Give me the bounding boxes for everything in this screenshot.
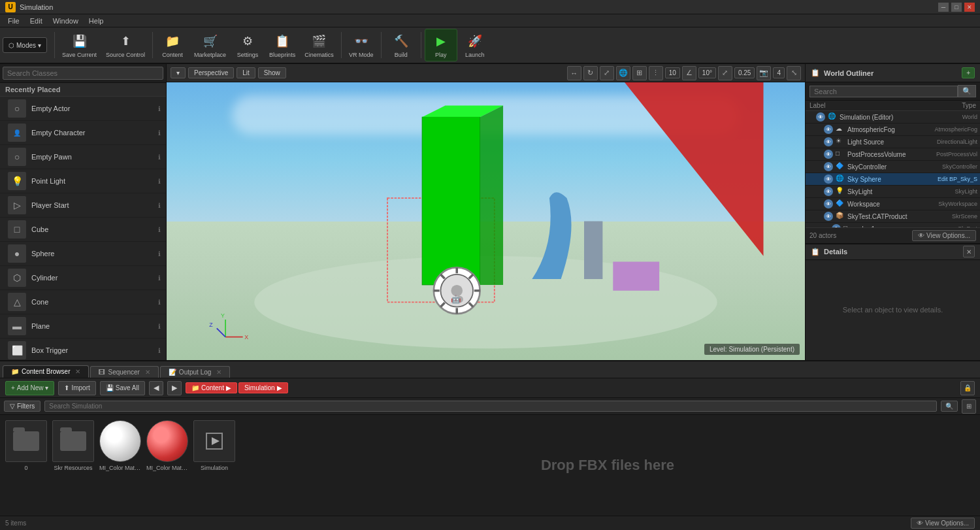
modes-button[interactable]: ⬡ Modes ▾ bbox=[3, 37, 47, 53]
world-local-icon[interactable]: 🌐 bbox=[616, 66, 630, 80]
nav-forward-button[interactable]: ▶ bbox=[167, 381, 182, 395]
search-classes-input[interactable] bbox=[3, 67, 163, 80]
list-item[interactable]: ▷ Player Start ℹ bbox=[0, 193, 166, 218]
launch-button[interactable]: 🚀 Launch bbox=[459, 29, 491, 61]
output-log-close-icon[interactable]: ✕ bbox=[216, 369, 221, 376]
list-item[interactable]: 👤 Empty Character ℹ bbox=[0, 121, 166, 145]
marketplace-button[interactable]: 🛒 Marketplace bbox=[190, 29, 230, 61]
outliner-item-simulation-editor[interactable]: 👁 🌐 Simulation (Editor) World bbox=[806, 111, 980, 124]
list-item[interactable]: ○ Empty Actor ℹ bbox=[0, 97, 166, 121]
grid-size[interactable]: 10 bbox=[665, 67, 680, 78]
vr-mode-button[interactable]: 👓 VR Mode bbox=[345, 29, 378, 61]
content-item-simulation[interactable]: Simulation bbox=[193, 420, 235, 510]
camera-icon[interactable]: 📷 bbox=[757, 66, 771, 80]
filters-button[interactable]: ▽ Filters bbox=[4, 401, 41, 412]
breadcrumb-simulation[interactable]: Simulation ▶ bbox=[238, 382, 288, 393]
visibility-icon[interactable]: 👁 bbox=[824, 174, 833, 184]
outliner-item-sky-sphere[interactable]: 👁 🌐 Sky Sphere Edit BP_Sky_S bbox=[806, 173, 980, 186]
visibility-icon[interactable]: 👁 bbox=[824, 150, 833, 159]
outliner-item-skycontroller[interactable]: 👁 🔷 SkyController SkyController bbox=[806, 161, 980, 173]
save-all-button[interactable]: 💾 Save All bbox=[100, 381, 145, 395]
content-browser-close-icon[interactable]: ✕ bbox=[75, 368, 80, 375]
import-button[interactable]: ⬆ Import bbox=[58, 381, 95, 395]
visibility-icon[interactable]: 👁 bbox=[824, 187, 833, 196]
view-options-button[interactable]: 👁 View Options... bbox=[912, 230, 976, 241]
list-item[interactable]: ▬ Plane ℹ bbox=[0, 314, 166, 339]
menu-window[interactable]: Window bbox=[48, 16, 84, 26]
menu-edit[interactable]: Edit bbox=[25, 16, 48, 26]
scale-snap-icon[interactable]: ⤢ bbox=[718, 66, 732, 80]
angle-value[interactable]: 10° bbox=[698, 67, 716, 78]
maximize-viewport-icon[interactable]: ⤡ bbox=[787, 66, 801, 80]
visibility-icon[interactable]: 👁 bbox=[824, 162, 833, 171]
nav-back-button[interactable]: ◀ bbox=[149, 381, 163, 395]
scale-value[interactable]: 0.25 bbox=[734, 67, 755, 78]
scale-icon[interactable]: ⤢ bbox=[600, 66, 614, 80]
play-button[interactable]: ▶ Play bbox=[425, 29, 457, 61]
content-item-mi-color-material1[interactable]: MI_Color Material1 bbox=[146, 420, 188, 510]
tab-content-browser[interactable]: 📁 Content Browser ✕ bbox=[3, 365, 89, 378]
outliner-search-container: 🔍 bbox=[806, 82, 980, 101]
tab-sequencer[interactable]: 🎞 Sequencer ✕ bbox=[90, 366, 158, 378]
menu-file[interactable]: File bbox=[3, 16, 25, 26]
angle-icon[interactable]: ∠ bbox=[682, 66, 696, 80]
list-item[interactable]: □ Cube ℹ bbox=[0, 218, 166, 242]
tab-output-log[interactable]: 📝 Output Log ✕ bbox=[160, 366, 230, 378]
blueprints-button[interactable]: 📋 Blueprints bbox=[265, 29, 299, 61]
content-search-button[interactable]: 🔍 bbox=[941, 401, 958, 412]
view-options-label: View Options... bbox=[926, 232, 970, 239]
show-button[interactable]: Show bbox=[258, 67, 286, 78]
list-item[interactable]: ● Sphere ℹ bbox=[0, 242, 166, 266]
outliner-item-postprocessvolume[interactable]: 👁 □ PostProcessVolume PostProcessVol bbox=[806, 148, 980, 161]
lit-button[interactable]: Lit bbox=[237, 67, 255, 78]
content-item-mi-color-material[interactable]: MI_Color Material bbox=[99, 420, 141, 510]
outliner-item-atmosphericfog[interactable]: 👁 ☁ AtmosphericFog AtmosphericFog bbox=[806, 124, 980, 136]
content-button[interactable]: 📁 Content bbox=[156, 29, 189, 61]
snap-icon[interactable]: ⊞ bbox=[632, 66, 647, 80]
camera-speed[interactable]: 4 bbox=[773, 67, 785, 78]
visibility-icon[interactable]: 👁 bbox=[824, 137, 833, 146]
add-actor-button[interactable]: + bbox=[962, 67, 975, 78]
lock-button[interactable]: 🔒 bbox=[960, 381, 975, 395]
source-control-button[interactable]: ⬆ Source Control bbox=[102, 29, 149, 61]
bottom-view-options-button[interactable]: 👁 View Options... bbox=[911, 518, 975, 529]
menu-help[interactable]: Help bbox=[84, 16, 109, 26]
details-close-button[interactable]: ✕ bbox=[963, 246, 975, 257]
list-item[interactable]: ⬜ Box Trigger ℹ bbox=[0, 339, 166, 363]
settings-button[interactable]: ⚙ Settings bbox=[231, 29, 264, 61]
content-item-folder-0[interactable]: 0 bbox=[5, 420, 47, 510]
perspective-dropdown[interactable]: ▾ bbox=[171, 67, 186, 78]
perspective-button[interactable]: Perspective bbox=[188, 67, 234, 78]
translate-icon[interactable]: ↔ bbox=[567, 66, 581, 80]
visibility-icon[interactable]: 👁 bbox=[824, 125, 833, 134]
minimize-button[interactable]: ─ bbox=[938, 3, 949, 12]
outliner-item-skylight[interactable]: 👁 💡 SkyLight SkyLight bbox=[806, 186, 980, 198]
grid-snap-icon[interactable]: ⋮ bbox=[649, 66, 663, 80]
recently-placed-header[interactable]: Recently Placed bbox=[0, 83, 166, 97]
outliner-item-light-source[interactable]: 👁 ☀ Light Source DirectionalLight bbox=[806, 136, 980, 148]
content-item-skr-resources[interactable]: Skr Resources bbox=[52, 420, 94, 510]
rotate-icon[interactable]: ↻ bbox=[583, 66, 598, 80]
viewport-3d[interactable]: 🤖 X Y Z Level: Simulation (Persistent) bbox=[167, 82, 805, 360]
sequencer-close-icon[interactable]: ✕ bbox=[145, 369, 150, 376]
list-item[interactable]: ○ Empty Pawn ℹ bbox=[0, 145, 166, 169]
breadcrumb-content[interactable]: 📁 Content ▶ bbox=[186, 382, 237, 393]
outliner-item-workspace[interactable]: 👁 🔷 Workspace SkyWorkspace bbox=[806, 198, 980, 210]
outliner-search-button[interactable]: 🔍 bbox=[958, 85, 976, 97]
view-toggle-button[interactable]: ⊞ bbox=[962, 399, 976, 414]
outliner-item-skytest-catproduct[interactable]: 👁 📦 SkyTest.CATProduct SkrScene bbox=[806, 210, 980, 223]
list-item[interactable]: ⬡ Cylinder ℹ bbox=[0, 266, 166, 290]
save-current-button[interactable]: 💾 Save Current bbox=[58, 29, 101, 61]
maximize-button[interactable]: □ bbox=[951, 3, 962, 12]
list-item[interactable]: 💡 Point Light ℹ bbox=[0, 169, 166, 193]
build-button[interactable]: 🔨 Build bbox=[385, 29, 417, 61]
cinematics-button[interactable]: 🎬 Cinematics bbox=[301, 29, 338, 61]
visibility-icon[interactable]: 👁 bbox=[816, 112, 825, 122]
close-button[interactable]: ✕ bbox=[964, 3, 975, 12]
outliner-search-input[interactable] bbox=[809, 86, 958, 97]
visibility-icon[interactable]: 👁 bbox=[824, 212, 833, 221]
add-new-button[interactable]: + Add New ▾ bbox=[5, 381, 54, 395]
visibility-icon[interactable]: 👁 bbox=[824, 199, 833, 208]
content-search-input[interactable] bbox=[44, 401, 937, 412]
list-item[interactable]: △ Cone ℹ bbox=[0, 290, 166, 314]
